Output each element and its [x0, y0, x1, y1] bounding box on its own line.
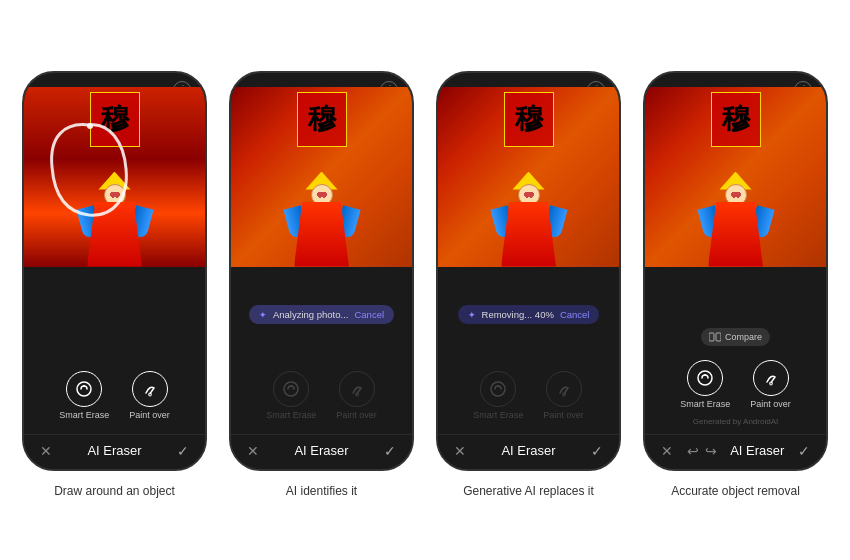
- svg-rect-11: [716, 333, 721, 341]
- close-icon-3[interactable]: ✕: [454, 443, 466, 459]
- body-2: [294, 202, 349, 267]
- body-4: [708, 202, 763, 267]
- sparkle-icon-3: ✦: [468, 310, 476, 320]
- photo-3: 穆: [438, 87, 619, 267]
- svg-point-0: [87, 123, 93, 129]
- compare-button[interactable]: Compare: [701, 328, 770, 346]
- phone-3: 穆 ✦ Removing... 40% Cancel: [436, 71, 621, 471]
- phone-wrapper-1: 穆: [16, 71, 213, 500]
- controls-3: Smart Erase Paint over: [438, 363, 619, 434]
- smart-erase-svg-1: [75, 380, 93, 398]
- svg-point-2: [83, 385, 85, 387]
- paint-over-btn-3[interactable]: Paint over: [543, 371, 584, 420]
- bottom-bar-3: ✕ AI Eraser ✓: [438, 434, 619, 469]
- phone-top-2: [231, 73, 412, 87]
- paint-over-svg-2: [348, 380, 366, 398]
- close-icon-2[interactable]: ✕: [247, 443, 259, 459]
- caption-1: Draw around an object: [54, 483, 175, 500]
- svg-point-4: [284, 382, 298, 396]
- control-buttons-4: Smart Erase Paint over: [680, 360, 791, 409]
- paint-over-btn-2[interactable]: Paint over: [336, 371, 377, 420]
- bottom-title-2: AI Eraser: [294, 443, 348, 458]
- smart-erase-label-4: Smart Erase: [680, 399, 730, 409]
- analyzing-text: Analyzing photo...: [273, 309, 349, 320]
- smart-erase-btn-1[interactable]: Smart Erase: [59, 371, 109, 420]
- compare-icon: [709, 332, 721, 342]
- bottom-bar-4: ✕ ↩ ↪ AI Eraser ✓: [645, 434, 826, 469]
- phone-2: 穆 ✦ Analyzing photo... Cancel: [229, 71, 414, 471]
- banner-char-2: 穆: [308, 100, 336, 138]
- caption-4: Accurate object removal: [671, 483, 800, 500]
- caption-2: AI identifies it: [286, 483, 357, 500]
- undo-redo-4: ↩ ↪: [687, 443, 717, 459]
- svg-point-1: [77, 382, 91, 396]
- check-icon-1[interactable]: ✓: [177, 443, 189, 459]
- smart-erase-btn-3[interactable]: Smart Erase: [473, 371, 523, 420]
- figure-3: [494, 172, 564, 267]
- control-buttons-1: Smart Erase Paint over: [59, 371, 170, 420]
- svg-point-13: [704, 374, 706, 376]
- paint-over-icon-4: [753, 360, 789, 396]
- phone-top-4: [645, 73, 826, 87]
- svg-point-5: [290, 385, 292, 387]
- banner-char-3: 穆: [515, 100, 543, 138]
- check-icon-2[interactable]: ✓: [384, 443, 396, 459]
- close-icon-1[interactable]: ✕: [40, 443, 52, 459]
- undo-btn[interactable]: ↩: [687, 443, 699, 459]
- redo-btn[interactable]: ↪: [705, 443, 717, 459]
- control-buttons-2: Smart Erase Paint over: [266, 371, 377, 420]
- bottom-bar-2: ✕ AI Eraser ✓: [231, 434, 412, 469]
- smart-erase-icon-4: [687, 360, 723, 396]
- banner-4: 穆: [711, 92, 761, 147]
- check-icon-3[interactable]: ✓: [591, 443, 603, 459]
- draw-overlay-1: [44, 117, 134, 227]
- compare-text: Compare: [725, 332, 762, 342]
- cancel-btn-3[interactable]: Cancel: [560, 309, 590, 320]
- smart-erase-icon-1: [66, 371, 102, 407]
- figure-2: [287, 172, 357, 267]
- banner-3: 穆: [504, 92, 554, 147]
- cancel-btn-2[interactable]: Cancel: [354, 309, 384, 320]
- scene-1: 穆: [24, 87, 205, 267]
- paint-over-icon-3: [546, 371, 582, 407]
- sparkle-icon-2: ✦: [259, 310, 267, 320]
- svg-point-8: [497, 385, 499, 387]
- paint-over-svg-4: [762, 369, 780, 387]
- phone-top-1: [24, 73, 205, 87]
- smart-erase-btn-2[interactable]: Smart Erase: [266, 371, 316, 420]
- removing-text: Removing... 40%: [482, 309, 554, 320]
- bottom-bar-1: ✕ AI Eraser ✓: [24, 434, 205, 469]
- close-icon-4[interactable]: ✕: [661, 443, 673, 459]
- figure-4: [701, 172, 771, 267]
- svg-rect-10: [709, 333, 714, 341]
- bottom-title-3: AI Eraser: [501, 443, 555, 458]
- smart-erase-label-2: Smart Erase: [266, 410, 316, 420]
- smart-erase-btn-4[interactable]: Smart Erase: [680, 360, 730, 409]
- paint-over-label-1: Paint over: [129, 410, 170, 420]
- smart-erase-svg-2: [282, 380, 300, 398]
- paint-over-btn-4[interactable]: Paint over: [750, 360, 791, 409]
- smart-erase-svg-4: [696, 369, 714, 387]
- check-icon-4[interactable]: ✓: [798, 443, 810, 459]
- phone-4: 穆 Com: [643, 71, 828, 471]
- phone-top-3: [438, 73, 619, 87]
- svg-point-7: [491, 382, 505, 396]
- paint-over-label-2: Paint over: [336, 410, 377, 420]
- photo-1: 穆: [24, 87, 205, 267]
- paint-over-icon-2: [339, 371, 375, 407]
- scene-3: 穆: [438, 87, 619, 267]
- bottom-title-4: AI Eraser: [730, 443, 784, 458]
- svg-point-12: [698, 371, 712, 385]
- paint-over-label-4: Paint over: [750, 399, 791, 409]
- phone-wrapper-3: 穆 ✦ Removing... 40% Cancel: [430, 71, 627, 500]
- main-container: 穆: [0, 51, 850, 510]
- generated-text: Generated by AndroidAI: [693, 417, 778, 426]
- controls-2: Smart Erase Paint over: [231, 363, 412, 434]
- phone-wrapper-4: 穆 Com: [637, 71, 834, 500]
- smart-erase-label-3: Smart Erase: [473, 410, 523, 420]
- phone-wrapper-2: 穆 ✦ Analyzing photo... Cancel: [223, 71, 420, 500]
- paint-over-btn-1[interactable]: Paint over: [129, 371, 170, 420]
- removing-pill: ✦ Removing... 40% Cancel: [458, 305, 600, 324]
- smart-erase-icon-2: [273, 371, 309, 407]
- paint-over-svg-1: [141, 380, 159, 398]
